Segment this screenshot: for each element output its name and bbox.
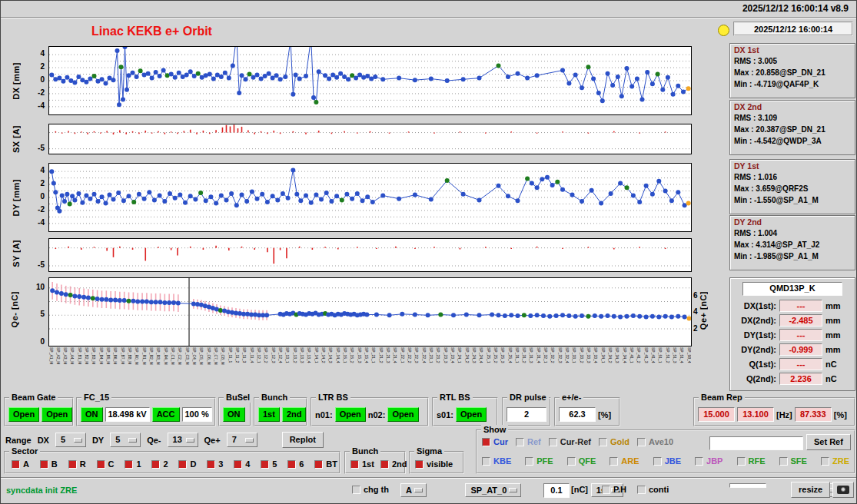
beam-gate-frame-label: Beam Gate [9,393,58,403]
show-jbp-checkbox[interactable]: JBP [695,456,722,466]
qmd-row-unit: mm [825,345,841,354]
sector-b-checkbox[interactable]: B [40,459,58,469]
sector-4-checkbox[interactable]: 4 [234,459,250,469]
sector-3-checkbox[interactable]: 3 [207,459,223,469]
show-row2-checkboxes: KBEPFEQFEAREJBEJBPRFESFEZRE [482,456,849,466]
fc15-frame: FC_15 ON 18.498 kV ACC 100 % [76,397,216,426]
aux-input[interactable] [729,483,766,488]
bpm-label: SP_12_1 [257,347,261,392]
qmd-row: DX(2nd):-2.485mm [733,313,852,327]
bunch-2nd-button[interactable]: 2nd [282,407,307,422]
bpm-label: SP_31_3 [529,347,533,392]
beam-gate-open-2-button[interactable]: Open [42,407,72,422]
beam-rep-value-3: 87.333 [795,407,832,422]
bpm-label: SP_C8_M [221,347,225,392]
show-jbe-checkbox[interactable]: JBE [653,456,681,466]
bpm-label: SP_25_1 [486,347,490,392]
bunch-2nd-checkbox[interactable]: 2nd [380,459,407,469]
show-sfe-checkbox[interactable]: SFE [779,456,807,466]
show-ref-checkbox[interactable]: Ref [516,437,541,446]
qmd-row-label: DY(1st): [733,330,776,340]
replot-button[interactable]: Replot [282,432,324,448]
show-zre-checkbox[interactable]: ZRE [821,456,849,466]
chg-th-label: chg th [364,485,389,494]
show-qfe-checkbox[interactable]: QFE [567,456,596,466]
range-dx-dropdown[interactable]: 5 [55,433,86,447]
ph-checkbox[interactable]: P.H [602,485,626,494]
bpm-label: SP_51_1 [658,347,663,392]
checkbox-indicator [549,438,557,446]
show-gold-checkbox[interactable]: Gold [599,437,629,446]
checkbox-indicator [151,460,160,469]
busel-frame-label: BuSel [224,393,252,403]
checkbox-indicator [599,438,607,446]
show-kbe-checkbox[interactable]: KBE [482,456,511,466]
set-ref-button[interactable]: Set Ref [806,434,851,450]
rtl-s01-open-button[interactable]: Open [456,407,487,422]
checkbox-label: ZRE [832,456,849,466]
show-are-checkbox[interactable]: ARE [610,456,639,466]
ref-name-input[interactable] [709,436,803,450]
sector-c-checkbox[interactable]: C [97,459,115,469]
show-cur-checkbox[interactable]: Cur [482,437,508,446]
dr-pulse-value[interactable]: 2 [507,407,546,422]
checkbox-indicator [207,460,215,469]
sp-at-0-dropdown[interactable]: SP_AT_0 [465,483,521,497]
fc15-acc-button[interactable]: ACC [152,407,180,422]
threshold-input[interactable]: 0.1 [543,483,570,498]
ltr-n02-open-button[interactable]: Open [387,407,418,422]
camera-icon [837,486,849,494]
range-qeminus-dropdown[interactable]: 13 [168,433,198,447]
sigma-frame-label: Sigma [414,446,444,456]
bpm-label: SP_B5_M [106,347,111,392]
checkbox-label: 6 [299,459,304,469]
sector-a-checkbox[interactable]: A [12,459,29,469]
ltr-n01-open-button[interactable]: Open [335,407,366,422]
show-pfe-checkbox[interactable]: PFE [525,456,553,466]
range-qeplus-dropdown[interactable]: 7 [227,433,257,447]
qmd-rows: DX(1st):---mmDX(2nd):-2.485mmDY(1st):---… [733,298,852,386]
show-cur-ref-checkbox[interactable]: Cur-Ref [549,437,591,446]
qmd-row: Q(1st):---nC [733,356,852,371]
beam-gate-open-1-button[interactable]: Open [8,407,39,422]
resize-button[interactable]: resize [791,482,830,498]
checkbox-indicator [68,460,77,469]
bpm-label: SP_34_1 [600,347,605,392]
chg-th-checkbox[interactable]: chg th [352,485,389,494]
eplus-eminus-frame: e+/e- 62.3 [%] [554,397,620,426]
sector-1-checkbox[interactable]: 1 [125,459,141,469]
fc15-on-button[interactable]: ON [81,407,103,422]
qe-ytick: 0 [40,337,45,346]
conti-checkbox[interactable]: conti [637,485,669,494]
screenshot-button[interactable] [832,482,854,498]
bpm-label: SP_C6_M [206,347,211,392]
checkbox-indicator [567,457,576,466]
beam-rep-frame-label: Beam Rep [699,393,745,403]
sector-d-checkbox[interactable]: D [178,459,196,469]
dy1-rms: RMS : 1.016 [734,171,851,183]
show-rfe-checkbox[interactable]: RFE [737,456,766,466]
bunch-1st-button[interactable]: 1st [258,407,280,422]
range-dy-dropdown[interactable]: 5 [110,433,141,447]
sector-frame-label: Sector [9,446,40,456]
bpm-label: SP_14_3 [328,347,333,392]
checkbox-label: B [51,459,58,469]
show-ave10-checkbox[interactable]: Ave10 [637,437,673,446]
bpm-label: SP_C1_M [171,347,175,392]
sector-checkboxes: ABRC12D3456BT [12,459,337,469]
sigma-visible-checkbox[interactable]: visible [415,459,453,469]
sector-2-checkbox[interactable]: 2 [151,459,168,469]
sector-bt-checkbox[interactable]: BT [314,459,337,469]
sector-r-checkbox[interactable]: R [68,459,86,469]
sector-5-checkbox[interactable]: 5 [261,459,277,469]
sector-6-checkbox[interactable]: 6 [287,459,304,469]
checkbox-label: QFE [579,456,596,466]
bpm-label: SP_C5_M [199,347,204,392]
checkbox-indicator [40,460,48,469]
qmd-device-name[interactable]: QMD13P_K [742,282,842,296]
bunch-1st-checkbox[interactable]: 1st [350,459,374,469]
channel-a-dropdown[interactable]: A [400,483,427,497]
ltr-n01-label: n01: [315,410,333,419]
busel-on-button[interactable]: ON [223,407,245,422]
sy-ytick: -5 [38,260,45,269]
